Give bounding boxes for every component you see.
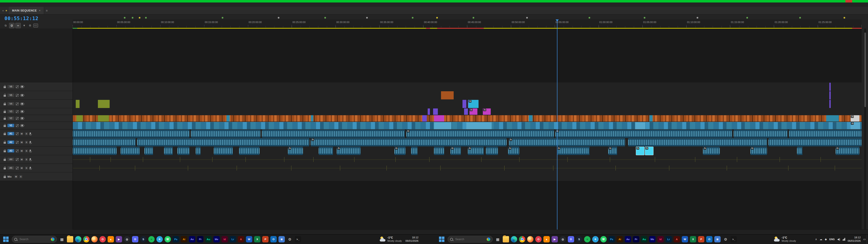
- clip[interactable]: fx: [836, 147, 860, 155]
- sync-lock-icon[interactable]: [16, 94, 19, 97]
- solo-button[interactable]: S: [19, 175, 22, 178]
- taskbar-app-premiere[interactable]: Pr: [197, 236, 204, 242]
- weather-widget[interactable]: -1°C Mostly cloudy: [380, 236, 402, 242]
- clip[interactable]: [486, 147, 498, 155]
- onedrive-icon[interactable]: ☁: [819, 238, 822, 241]
- taskbar-app-vlc[interactable]: ▲: [107, 236, 114, 242]
- track-lane-a2[interactable]: fxfx: [72, 138, 862, 147]
- clip[interactable]: [98, 115, 109, 122]
- sequence-marker[interactable]: [132, 17, 133, 19]
- clip[interactable]: [226, 115, 230, 122]
- taskbar-app-obs[interactable]: ◎: [124, 236, 130, 242]
- taskbar-app-lightroom[interactable]: Lr: [665, 236, 672, 242]
- mute-button[interactable]: M: [14, 175, 18, 178]
- sequence-marker[interactable]: [799, 17, 801, 19]
- volume-icon[interactable]: ◀): [837, 238, 840, 241]
- clip[interactable]: fx: [468, 100, 478, 108]
- mute-button[interactable]: M: [20, 132, 23, 135]
- linked-selection-icon[interactable]: ∞: [16, 23, 21, 28]
- taskbar-app-opera[interactable]: O: [99, 236, 106, 242]
- clip[interactable]: [137, 138, 309, 146]
- sequence-marker[interactable]: [139, 17, 141, 19]
- taskbar-app-photoshop[interactable]: Ps: [609, 236, 615, 242]
- clip[interactable]: fx: [468, 147, 484, 155]
- track-target-badge[interactable]: V1: [7, 124, 14, 127]
- action-center-icon[interactable]: ▭: [863, 238, 866, 241]
- clip[interactable]: [769, 138, 862, 146]
- taskbar-app-media-encoder[interactable]: Me: [649, 236, 655, 242]
- track-target-badge[interactable]: A5: [7, 166, 14, 170]
- snap-icon[interactable]: Ω: [9, 23, 14, 28]
- solo-button[interactable]: S: [25, 158, 28, 161]
- clip[interactable]: [434, 147, 444, 155]
- taskbar-app-audition[interactable]: Au: [205, 236, 212, 242]
- search-input-right[interactable]: [455, 238, 485, 241]
- taskbar-app-media-player[interactable]: ▶: [116, 236, 122, 242]
- sequence-marker[interactable]: [697, 17, 698, 19]
- taskbar-app-edge[interactable]: [511, 236, 517, 242]
- clip[interactable]: [434, 115, 444, 122]
- solo-button[interactable]: S: [25, 166, 28, 170]
- clip[interactable]: fx: [645, 147, 653, 155]
- voiceover-mic-icon[interactable]: [30, 141, 31, 143]
- clip[interactable]: [529, 115, 532, 122]
- clip[interactable]: fx: [508, 147, 519, 155]
- track-lock-icon[interactable]: [4, 167, 6, 170]
- taskbar-app-vlc[interactable]: ▲: [544, 236, 550, 242]
- sequence-marker[interactable]: [746, 17, 748, 19]
- track-lane-v1[interactable]: fx: [72, 122, 862, 130]
- clip[interactable]: [635, 122, 645, 129]
- taskbar-app-discord[interactable]: D: [132, 236, 138, 242]
- close-icon[interactable]: ×: [39, 9, 41, 12]
- mute-button[interactable]: M: [20, 166, 23, 170]
- clip[interactable]: [433, 109, 438, 115]
- mute-button[interactable]: M: [20, 149, 23, 152]
- sequence-marker[interactable]: [278, 17, 279, 19]
- sequence-marker[interactable]: [366, 17, 368, 19]
- sequence-marker[interactable]: [145, 17, 147, 19]
- language-indicator[interactable]: ENG: [829, 238, 835, 241]
- sync-lock-icon[interactable]: [16, 132, 19, 135]
- clip[interactable]: [239, 147, 260, 155]
- clip[interactable]: [829, 100, 831, 108]
- mute-button[interactable]: M: [20, 141, 23, 144]
- time-ruler[interactable]: 00:00:0000:05:00:0000:10:00:0000:15:00:0…: [72, 20, 862, 28]
- clip[interactable]: [829, 83, 831, 91]
- track-lock-icon[interactable]: [4, 133, 6, 135]
- taskbar-app-opera[interactable]: O: [535, 236, 541, 242]
- clip[interactable]: [262, 130, 405, 138]
- start-button[interactable]: [3, 237, 8, 242]
- track-lock-icon[interactable]: [4, 103, 6, 105]
- track-lane-a3[interactable]: fxfxfxfxfxfxfxfxfxfxfxfxfx: [72, 147, 862, 155]
- track-target-badge[interactable]: A2: [7, 141, 14, 144]
- clip[interactable]: [178, 147, 189, 155]
- clip[interactable]: [72, 138, 135, 146]
- track-lock-icon[interactable]: [4, 159, 6, 161]
- clip[interactable]: [319, 147, 333, 155]
- sequence-marker[interactable]: [124, 17, 125, 19]
- track-lane-v2[interactable]: fx: [72, 115, 862, 122]
- taskbar-app-illustrator[interactable]: Ai: [617, 236, 623, 242]
- taskbar-app-task-view[interactable]: ▦: [59, 236, 65, 242]
- sequence-marker[interactable]: [644, 17, 645, 19]
- taskbar-app-edge[interactable]: [75, 236, 81, 242]
- clip[interactable]: fx: [636, 147, 645, 155]
- sync-lock-icon[interactable]: [16, 102, 19, 105]
- clip[interactable]: fx: [850, 115, 859, 122]
- taskbar-app-notepad[interactable]: ≣: [714, 236, 721, 242]
- clip[interactable]: fx: [406, 130, 554, 138]
- clip[interactable]: [826, 115, 839, 122]
- playhead-timecode[interactable]: 00:55:12:12: [4, 16, 38, 21]
- taskbar-app-outlook[interactable]: O: [706, 236, 712, 242]
- taskbar-app-terminal[interactable]: >_: [295, 236, 301, 242]
- track-target-badge[interactable]: A4: [7, 158, 14, 161]
- track-lane-v5[interactable]: [72, 91, 862, 100]
- timeline-settings-icon[interactable]: ⚙: [28, 23, 33, 28]
- tray-chevron-icon[interactable]: ∧: [815, 238, 817, 241]
- track-lock-icon[interactable]: [4, 142, 6, 144]
- track-lock-icon[interactable]: [4, 111, 6, 113]
- taskbar-app-indesign[interactable]: Id: [657, 236, 664, 242]
- taskbar-app-after-effects[interactable]: Ae: [189, 236, 195, 242]
- vertical-scrollbar-thumb[interactable]: [864, 33, 866, 107]
- taskbar-app-excel[interactable]: X: [254, 236, 260, 242]
